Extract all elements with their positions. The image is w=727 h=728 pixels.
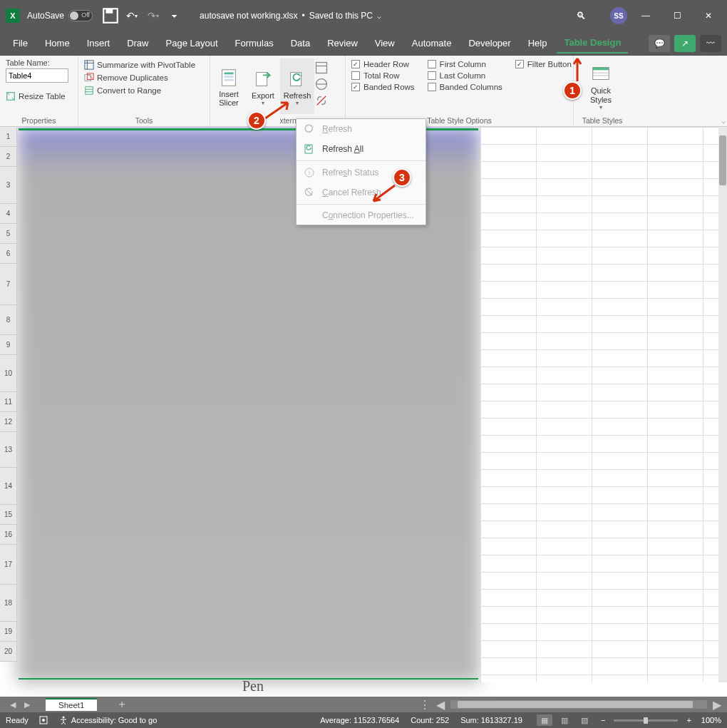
- row-header[interactable]: 3: [0, 167, 17, 204]
- svg-point-32: [42, 719, 45, 722]
- undo-icon[interactable]: ↶▾: [123, 6, 141, 25]
- minimize-icon[interactable]: —: [633, 6, 659, 26]
- zoom-level[interactable]: 100%: [701, 716, 721, 724]
- banded-rows-checkbox[interactable]: ✓Banded Rows: [351, 81, 415, 93]
- next-sheet-icon[interactable]: ▶: [20, 700, 34, 709]
- share-button[interactable]: ↗: [674, 35, 696, 52]
- horizontal-scrollbar[interactable]: [450, 700, 707, 709]
- menu-connection-properties: Connection Properties...: [297, 206, 426, 225]
- tab-insert[interactable]: Insert: [80, 34, 118, 53]
- tab-view[interactable]: View: [368, 34, 402, 53]
- remove-duplicates-button[interactable]: Remove Duplicates: [84, 71, 204, 84]
- filter-button-checkbox[interactable]: ✓Filter Button: [515, 58, 572, 70]
- autosave-toggle[interactable]: AutoSave Off: [27, 10, 93, 21]
- tab-menu-icon[interactable]: ⋮: [419, 698, 430, 712]
- row-header[interactable]: 11: [0, 392, 17, 412]
- page-layout-view-icon[interactable]: ▥: [557, 714, 572, 726]
- row-header[interactable]: 4: [0, 204, 17, 224]
- quick-styles-button[interactable]: Quick Styles ▾: [579, 58, 622, 114]
- collapse-ribbon-icon[interactable]: ⌵: [721, 117, 726, 125]
- row-header[interactable]: 18: [0, 585, 17, 622]
- excel-icon: X: [6, 9, 20, 23]
- close-icon[interactable]: ✕: [696, 6, 721, 26]
- resize-table-button[interactable]: Resize Table: [6, 90, 72, 103]
- vertical-scrollbar[interactable]: [718, 127, 727, 682]
- row-header[interactable]: 8: [0, 305, 17, 335]
- macro-recorder-icon[interactable]: [38, 715, 48, 725]
- convert-to-range-button[interactable]: Convert to Range: [84, 84, 204, 97]
- row-header[interactable]: 19: [0, 622, 17, 642]
- properties-icon[interactable]: [314, 61, 329, 75]
- toggle-switch[interactable]: Off: [68, 10, 93, 21]
- row-header[interactable]: 9: [0, 335, 17, 355]
- insert-slicer-button[interactable]: Insert Slicer: [212, 58, 246, 114]
- zoom-out-icon[interactable]: −: [601, 716, 605, 724]
- group-properties: Table Name: Resize Table Properties: [0, 56, 78, 126]
- row-header[interactable]: 7: [0, 264, 17, 305]
- header-row-checkbox[interactable]: ✓Header Row: [351, 58, 415, 70]
- summarize-pivot-button[interactable]: Summarize with PivotTable: [84, 58, 204, 71]
- qat-dropdown-icon[interactable]: ⏷: [165, 6, 184, 25]
- open-browser-icon[interactable]: [314, 77, 329, 91]
- svg-line-30: [306, 190, 312, 195]
- zoom-in-icon[interactable]: +: [686, 716, 691, 724]
- tab-draw[interactable]: Draw: [120, 34, 155, 53]
- row-header[interactable]: 17: [0, 545, 17, 585]
- comments-button[interactable]: 💬: [649, 35, 670, 52]
- tab-table-design[interactable]: Table Design: [557, 33, 628, 53]
- prev-sheet-icon[interactable]: ◀: [6, 700, 20, 709]
- row-header[interactable]: 5: [0, 224, 17, 244]
- row-header[interactable]: 2: [0, 147, 17, 167]
- row-header[interactable]: 16: [0, 525, 17, 545]
- last-column-checkbox[interactable]: Last Column: [428, 70, 502, 81]
- row-header[interactable]: 15: [0, 505, 17, 525]
- avatar[interactable]: SS: [610, 7, 627, 24]
- row-header[interactable]: 20: [0, 642, 17, 662]
- group-style-options: ✓Header Row Total Row ✓Banded Rows First…: [346, 56, 574, 126]
- sheet-tab-sheet1[interactable]: Sheet1: [46, 698, 97, 711]
- page-break-view-icon[interactable]: ▧: [577, 714, 592, 726]
- row-header[interactable]: 12: [0, 412, 17, 432]
- callout-2: 2: [247, 111, 266, 130]
- menu-refresh-all[interactable]: Refresh All: [297, 139, 426, 159]
- redo-icon[interactable]: ↷▾: [144, 6, 163, 25]
- tab-home[interactable]: Home: [38, 34, 77, 53]
- tab-formulas[interactable]: Formulas: [228, 34, 281, 53]
- titlebar: X AutoSave Off ↶▾ ↷▾ ⏷ autosave not work…: [0, 0, 727, 31]
- tab-automate[interactable]: Automate: [405, 34, 459, 53]
- first-column-checkbox[interactable]: First Column: [428, 58, 502, 70]
- zoom-slider[interactable]: [614, 719, 678, 722]
- row-header[interactable]: 13: [0, 432, 17, 468]
- chevron-down-icon: ▾: [599, 104, 602, 111]
- table-name-input[interactable]: [6, 68, 68, 83]
- scroll-left-icon[interactable]: ◀: [436, 698, 445, 712]
- banded-columns-checkbox[interactable]: Banded Columns: [428, 81, 502, 93]
- accessibility-status[interactable]: Accessibility: Good to go: [58, 715, 157, 725]
- empty-grid[interactable]: [480, 127, 718, 682]
- tab-page-layout[interactable]: Page Layout: [159, 34, 225, 53]
- tab-developer[interactable]: Developer: [461, 34, 517, 53]
- total-row-checkbox[interactable]: Total Row: [351, 70, 415, 81]
- tab-data[interactable]: Data: [284, 34, 317, 53]
- sheet-tab-bar: ◀ ▶ Sheet1 + ⋮ ◀ ▶: [0, 697, 727, 712]
- search-icon[interactable]: 🔍︎: [572, 6, 590, 25]
- unlink-icon[interactable]: [314, 93, 329, 108]
- scroll-right-icon[interactable]: ▶: [713, 698, 721, 712]
- row-headers: 1234567891011121314151617181920: [0, 127, 17, 662]
- row-header[interactable]: 6: [0, 244, 17, 264]
- add-sheet-icon[interactable]: +: [118, 698, 125, 711]
- tab-help[interactable]: Help: [521, 34, 555, 53]
- mode-button[interactable]: 〰: [700, 35, 721, 52]
- row-header[interactable]: 10: [0, 355, 17, 392]
- svg-rect-15: [224, 79, 233, 81]
- row-header[interactable]: 14: [0, 468, 17, 505]
- tab-file[interactable]: File: [6, 34, 35, 53]
- save-icon[interactable]: [101, 6, 120, 25]
- document-title[interactable]: autosave not working.xlsx • Saved to thi…: [200, 11, 381, 21]
- maximize-icon[interactable]: ☐: [664, 6, 690, 26]
- tab-review[interactable]: Review: [320, 34, 365, 53]
- normal-view-icon[interactable]: ▦: [537, 714, 552, 726]
- chevron-down-icon[interactable]: ⌵: [377, 12, 381, 20]
- svg-rect-9: [86, 87, 93, 95]
- row-header[interactable]: 1: [0, 127, 17, 147]
